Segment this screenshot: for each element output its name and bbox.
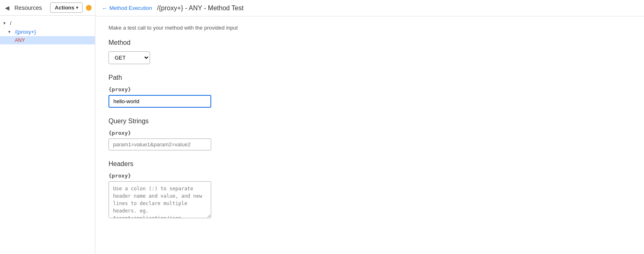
page-title: /{proxy+} - ANY - Method Test: [157, 5, 244, 12]
toggle-icon-root: ▾: [3, 21, 8, 26]
actions-caret: ▾: [76, 5, 78, 10]
actions-label: Actions: [55, 5, 74, 11]
toggle-icon-proxy: ▾: [8, 29, 13, 35]
path-section: Path {proxy}: [108, 74, 631, 108]
method-select[interactable]: GET POST PUT DELETE PATCH HEAD OPTIONS A…: [108, 51, 150, 64]
headers-section: Headers {proxy}: [108, 160, 631, 219]
method-section-title: Method: [108, 39, 631, 46]
path-field-label: {proxy}: [108, 86, 631, 92]
tree-item-root[interactable]: ▾ /: [0, 19, 95, 28]
sidebar-header: ◀ Resources Actions ▾: [0, 0, 95, 16]
collapse-button[interactable]: ◀: [3, 4, 11, 12]
sidebar-title: Resources: [14, 5, 47, 11]
content-area: Make a test call to your method with the…: [95, 16, 644, 254]
resource-tree: ▾ / ▾ /{proxy+} ANY: [0, 16, 95, 254]
back-link-label: Method Execution: [109, 5, 152, 11]
query-field-label: {proxy}: [108, 130, 631, 136]
tree-item-proxy[interactable]: ▾ /{proxy+}: [0, 28, 95, 36]
topbar: ← Method Execution /{proxy+} - ANY - Met…: [95, 0, 644, 16]
headers-textarea[interactable]: [108, 181, 211, 218]
query-strings-section: Query Strings {proxy}: [108, 118, 631, 150]
query-strings-title: Query Strings: [108, 118, 631, 125]
main-content: ← Method Execution /{proxy+} - ANY - Met…: [95, 0, 644, 254]
headers-title: Headers: [108, 160, 631, 168]
tree-item-any[interactable]: ANY: [0, 36, 95, 44]
back-arrow-icon: ←: [102, 5, 108, 12]
tree-label-root: /: [10, 20, 12, 26]
back-link[interactable]: ← Method Execution: [102, 5, 152, 12]
headers-field-label: {proxy}: [108, 173, 631, 179]
query-input[interactable]: [108, 139, 211, 150]
tree-label-proxy: /{proxy+}: [15, 29, 36, 35]
path-input[interactable]: [108, 95, 211, 108]
method-section: Method GET POST PUT DELETE PATCH HEAD OP…: [108, 39, 631, 64]
page-subtitle: Make a test call to your method with the…: [108, 25, 631, 31]
status-dot: [86, 5, 92, 11]
tree-label-any: ANY: [15, 37, 25, 43]
actions-button[interactable]: Actions ▾: [50, 2, 83, 13]
path-section-title: Path: [108, 74, 631, 81]
sidebar: ◀ Resources Actions ▾ ▾ / ▾ /{proxy+} AN…: [0, 0, 95, 254]
